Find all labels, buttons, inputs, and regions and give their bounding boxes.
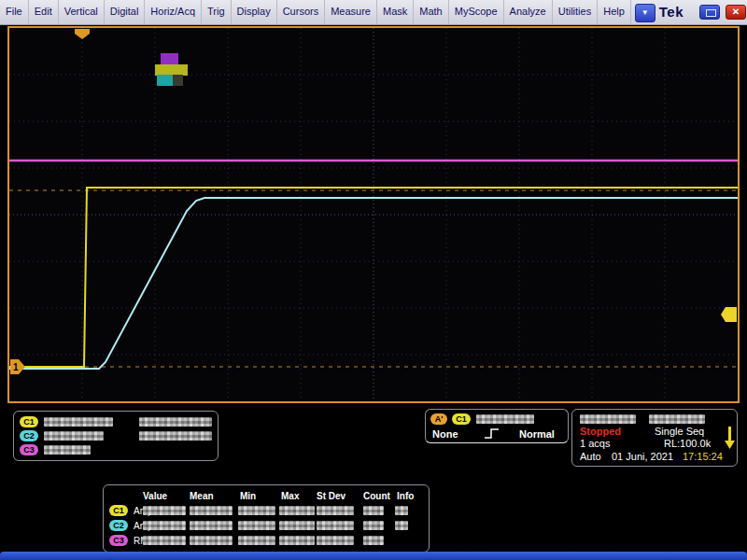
graticule: 1 xyxy=(7,26,740,403)
redacted-cell xyxy=(143,506,186,515)
record-length: RL:100.0k xyxy=(664,438,711,449)
menu-item-file[interactable]: File xyxy=(0,0,29,24)
menu-item-measure[interactable]: Measure xyxy=(325,0,377,24)
redacted-c2-scale xyxy=(44,431,104,441)
waveform-traces xyxy=(9,161,738,369)
acquisition-panel: Stopped Single Seq 1 acqs RL:100.0k Auto… xyxy=(571,409,738,467)
trigger-level-arrow[interactable] xyxy=(721,307,737,322)
redacted-cell xyxy=(317,521,354,530)
redacted-cell xyxy=(279,506,315,515)
redacted-cell xyxy=(363,506,384,515)
time-label: 17:15:24 xyxy=(683,451,723,462)
redacted-trigger-level xyxy=(476,414,534,424)
redacted-cell xyxy=(363,521,384,530)
app-window-button[interactable] xyxy=(699,5,720,20)
menu-dropdown-button[interactable]: ▼ xyxy=(635,4,655,22)
redacted-cell xyxy=(238,536,275,545)
menu-item-edit[interactable]: Edit xyxy=(29,0,59,24)
redacted-cell xyxy=(238,506,275,515)
channel-readout-panel: C1 C2 C3 xyxy=(13,411,218,461)
menu-item-vertical[interactable]: Vertical xyxy=(59,0,105,24)
redacted-cell xyxy=(143,536,186,545)
trigger-position-marker[interactable] xyxy=(75,29,90,39)
col-header-count: Count xyxy=(363,491,390,502)
col-header-mean: Mean xyxy=(190,491,214,502)
date-label: 01 Juni, 2021 xyxy=(612,451,673,462)
acq-count: 1 acqs xyxy=(580,438,610,449)
redacted-cell xyxy=(279,521,315,530)
menu-item-help[interactable]: Help xyxy=(598,0,631,24)
redacted-cell xyxy=(363,536,384,545)
trigger-auto-label: Auto xyxy=(580,451,601,462)
menu-item-mask[interactable]: Mask xyxy=(377,0,414,24)
menu-bar: File Edit Vertical Digital Horiz/Acq Tri… xyxy=(0,0,747,25)
trigger-mode-normal: Normal xyxy=(519,428,555,440)
meas-row3-badge: C3 xyxy=(109,535,128,546)
menu-item-analyze[interactable]: Analyze xyxy=(504,0,553,24)
redacted-cell xyxy=(395,506,408,515)
redacted-cell xyxy=(190,521,233,530)
redacted-cell xyxy=(190,506,233,515)
menu-item-horiz-acq[interactable]: Horiz/Acq xyxy=(145,0,202,24)
scroll-down-arrow-icon[interactable] xyxy=(725,426,735,450)
redacted-cell xyxy=(238,521,275,530)
redacted-readout-2 xyxy=(139,431,212,441)
trigger-panel: A' C1 None Normal xyxy=(425,409,569,443)
close-button[interactable]: ✕ xyxy=(726,5,746,20)
menu-item-myscope[interactable]: MyScope xyxy=(449,0,504,24)
redacted-cell xyxy=(279,536,315,545)
waveform-display: 1 xyxy=(9,28,738,401)
col-header-stdev: St Dev xyxy=(317,491,345,502)
col-header-max: Max xyxy=(281,491,299,502)
grid-lines xyxy=(9,28,738,401)
menu-item-math[interactable]: Math xyxy=(414,0,448,24)
redacted-acq-2 xyxy=(649,414,705,424)
menu-item-utilities[interactable]: Utilities xyxy=(553,0,598,24)
acq-mode: Single Seq xyxy=(655,426,704,437)
redacted-acq-1 xyxy=(580,414,636,424)
redacted-cell xyxy=(143,521,186,530)
menu-item-cursors[interactable]: Cursors xyxy=(277,0,326,24)
channel1-ground-marker[interactable]: 1 xyxy=(10,359,25,374)
menu-item-trig[interactable]: Trig xyxy=(202,0,232,24)
redacted-cell xyxy=(395,521,408,530)
col-header-info: Info xyxy=(397,491,414,502)
trigger-a-badge: A' xyxy=(430,413,447,425)
menu-item-digital[interactable]: Digital xyxy=(105,0,146,24)
redacted-c3-scale xyxy=(44,445,91,455)
meas-row2-badge: C2 xyxy=(109,520,128,531)
redacted-cell xyxy=(190,536,233,545)
channel-badge-c1: C1 xyxy=(20,416,38,427)
redacted-readout-1 xyxy=(139,417,212,427)
col-header-min: Min xyxy=(240,491,256,502)
channel-badge-c2: C2 xyxy=(20,430,38,441)
redacted-c1-scale xyxy=(44,417,113,427)
measurement-panel: Value Mean Min Max St Dev Count Info C1 … xyxy=(103,484,430,553)
tek-logo: Tek xyxy=(659,0,684,24)
redacted-cell xyxy=(317,536,354,545)
col-header-value: Value xyxy=(143,491,167,502)
trigger-mode-none: None xyxy=(432,428,458,440)
c2-trace xyxy=(9,198,738,369)
acq-status: Stopped xyxy=(580,426,621,437)
rising-edge-icon xyxy=(484,427,500,440)
meas-row1-badge: C1 xyxy=(109,505,128,516)
censored-region xyxy=(155,53,188,86)
bottom-blue-bar xyxy=(0,552,747,560)
channel-badge-c3: C3 xyxy=(20,444,38,455)
oscilloscope-screen: File Edit Vertical Digital Horiz/Acq Tri… xyxy=(0,0,747,560)
menu-item-display[interactable]: Display xyxy=(232,0,277,24)
redacted-cell xyxy=(317,506,354,515)
trigger-source-badge: C1 xyxy=(452,413,471,425)
window-icon xyxy=(706,9,716,17)
channel1-ground-label: 1 xyxy=(13,362,19,372)
